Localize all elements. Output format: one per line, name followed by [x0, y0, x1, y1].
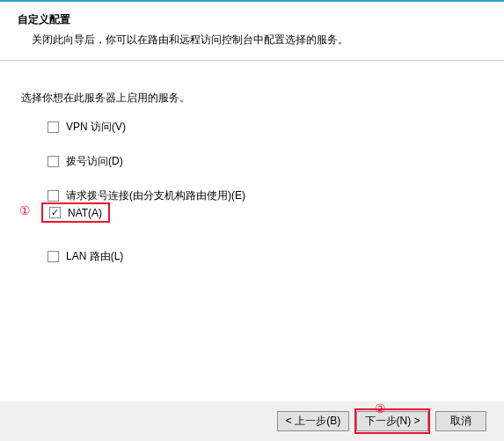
checkbox-demand-dial[interactable]	[47, 190, 59, 202]
label-nat: NAT(A)	[68, 207, 102, 219]
option-demand-dial[interactable]: 请求拨号连接(由分支机构路由使用)(E)	[47, 188, 483, 203]
checkbox-dial[interactable]	[47, 156, 59, 167]
page-subtitle: 关闭此向导后，你可以在路由和远程访问控制台中配置选择的服务。	[18, 33, 486, 48]
option-lan-route[interactable]: LAN 路由(L)	[47, 249, 483, 264]
next-button[interactable]: 下一步(N) >	[356, 411, 428, 431]
annotation-1: ①	[19, 203, 31, 218]
cancel-button[interactable]: 取消	[435, 411, 486, 431]
checkbox-vpn[interactable]	[47, 121, 59, 133]
checkbox-nat[interactable]	[49, 207, 61, 218]
option-dial[interactable]: 拨号访问(D)	[47, 154, 483, 169]
label-demand-dial: 请求拨号连接(由分支机构路由使用)(E)	[66, 188, 245, 203]
checkbox-lan-route[interactable]	[47, 251, 59, 262]
back-button[interactable]: < 上一步(B)	[277, 411, 349, 431]
wizard-main: 选择你想在此服务器上启用的服务。 VPN 访问(V) 拨号访问(D) 请求拨号连…	[0, 61, 504, 264]
wizard-content: 自定义配置 关闭此向导后，你可以在路由和远程访问控制台中配置选择的服务。 选择你…	[0, 2, 504, 401]
wizard-header: 自定义配置 关闭此向导后，你可以在路由和远程访问控制台中配置选择的服务。	[0, 2, 504, 61]
wizard-button-bar: < 上一步(B) 下一步(N) > 取消	[0, 401, 504, 441]
label-vpn: VPN 访问(V)	[66, 120, 126, 135]
label-dial: 拨号访问(D)	[66, 154, 123, 169]
label-lan-route: LAN 路由(L)	[66, 249, 123, 264]
option-nat[interactable]: NAT(A)	[41, 202, 110, 223]
option-vpn[interactable]: VPN 访问(V)	[47, 120, 483, 135]
page-title: 自定义配置	[18, 12, 486, 27]
next-button-wrap: 下一步(N) >	[356, 411, 428, 431]
services-prompt: 选择你想在此服务器上启用的服务。	[21, 91, 483, 106]
annotation-2: ②	[375, 401, 386, 416]
